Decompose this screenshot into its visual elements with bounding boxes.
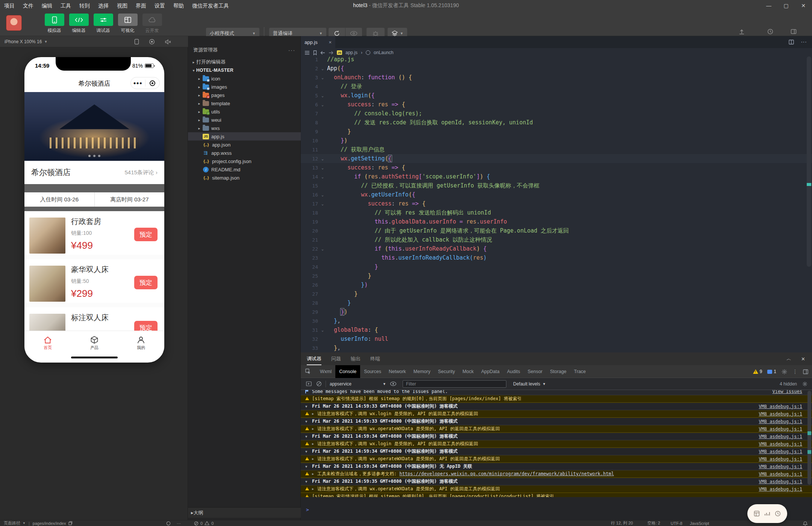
menu-工具[interactable]: 工具 bbox=[56, 0, 75, 11]
forward-icon[interactable] bbox=[329, 51, 333, 55]
bookmark-icon[interactable] bbox=[313, 50, 317, 55]
menu-微信开发者工具[interactable]: 微信开发者工具 bbox=[188, 0, 233, 11]
devtools-tab-AppData[interactable]: AppData bbox=[477, 365, 503, 378]
code-line-1[interactable]: 1//app.js bbox=[301, 55, 812, 64]
live-expression-eye-icon[interactable] bbox=[390, 381, 397, 386]
console-log[interactable]: Some messages have been moved to the Iss… bbox=[301, 390, 812, 497]
breadcrumb-file[interactable]: app.js bbox=[345, 50, 358, 55]
hotel-banner-image[interactable] bbox=[24, 92, 164, 161]
code-line-33[interactable]: 33 }, bbox=[301, 343, 812, 352]
debugger-tab-输出[interactable]: 输出 bbox=[351, 352, 361, 365]
tree-folder-weui[interactable]: ▸weui bbox=[188, 116, 301, 124]
phone-tab-我的[interactable]: 我的 bbox=[118, 331, 164, 355]
user-avatar[interactable] bbox=[6, 15, 22, 31]
console-row[interactable]: ▶请注意游客模式下，调用 wx.operateWXData 是受限的, API … bbox=[301, 485, 812, 493]
settings-gear-icon[interactable] bbox=[782, 369, 787, 375]
expand-icon[interactable]: ▶ bbox=[312, 412, 317, 416]
phone-tab-产品[interactable]: 产品 bbox=[71, 331, 118, 355]
tree-HOTEL-MASTER[interactable]: ▾HOTEL-MASTER bbox=[188, 66, 301, 74]
book-button[interactable]: 预定 bbox=[134, 276, 158, 289]
tree-folder-images[interactable]: ▸▦images bbox=[188, 83, 301, 91]
console-row[interactable]: ▶请注意游客模式下，调用 wx.operateWXData 是受限的, API … bbox=[301, 455, 812, 463]
devtools-tab-Security[interactable]: Security bbox=[434, 365, 459, 378]
console-row[interactable]: [sitemap 索引情况提示] 根据 sitemap 的规则[0]，当前页面 … bbox=[301, 493, 812, 497]
code-line-14[interactable]: 14⌄ if (res.authSetting['scope.userInfo'… bbox=[301, 172, 812, 181]
filter-input[interactable]: Filter bbox=[403, 380, 506, 388]
code-line-23[interactable]: 23 this.userInfoReadyCallback(res) bbox=[301, 253, 812, 262]
console-row[interactable]: ▶请注意游客模式下，调用 wx.login 是受限的, API 的返回是工具的模… bbox=[301, 410, 812, 418]
code-line-13[interactable]: 13⌄ success: res => { bbox=[301, 163, 812, 172]
hidden-messages-info[interactable]: 4 hidden bbox=[780, 378, 797, 390]
code-line-17[interactable]: 17⌄ success: res => { bbox=[301, 199, 812, 208]
devtools-tab-Trace[interactable]: Trace bbox=[570, 365, 590, 378]
code-line-12[interactable]: 12⌄ wx.getSetting({ bbox=[301, 154, 812, 163]
code-line-21[interactable]: 21 // 所以此处加入 callback 以防止这种情况 bbox=[301, 235, 812, 244]
menu-编辑[interactable]: 编辑 bbox=[38, 0, 56, 11]
expand-icon[interactable]: ▶ bbox=[312, 457, 317, 461]
split-editor-icon[interactable] bbox=[789, 39, 794, 45]
console-row[interactable]: ▶请注意游客模式下，调用 wx.operateWXData 是受限的, API … bbox=[301, 425, 812, 433]
watch-icon[interactable] bbox=[166, 521, 171, 526]
more-actions-icon[interactable]: ··· bbox=[288, 47, 295, 53]
console-row[interactable]: ▼Fri Mar 26 2021 14:59:33 GMT+0800 (中国标准… bbox=[301, 418, 812, 425]
menu-视图[interactable]: 视图 bbox=[113, 0, 132, 11]
more-status-icon[interactable]: ··· bbox=[177, 521, 181, 526]
devtools-tab-Mock[interactable]: Mock bbox=[459, 365, 477, 378]
code-line-8[interactable]: 8 // 发送 res.code 到后台换取 openId, sessionKe… bbox=[301, 118, 812, 127]
devtools-tab-Network[interactable]: Network bbox=[385, 365, 410, 378]
minimize-button[interactable]: — bbox=[760, 0, 777, 11]
close-button[interactable]: ✕ bbox=[795, 0, 812, 11]
console-prompt[interactable]: > bbox=[301, 506, 812, 513]
console-source-link[interactable]: VM8 asdebug.js:1 bbox=[759, 464, 802, 469]
editor-scrollbar[interactable] bbox=[807, 56, 811, 267]
code-line-28[interactable]: 28 } bbox=[301, 298, 812, 307]
tab-app-js[interactable]: app.js × bbox=[301, 36, 335, 48]
expand-icon[interactable]: ▶ bbox=[312, 487, 317, 491]
code-line-30[interactable]: 30 }, bbox=[301, 316, 812, 325]
clear-console-icon[interactable] bbox=[316, 381, 322, 387]
code-line-6[interactable]: 6⌄ success: res => { bbox=[301, 100, 812, 109]
detail-icon[interactable] bbox=[788, 27, 799, 36]
code-line-10[interactable]: 10 }) bbox=[301, 136, 812, 145]
version-manage-icon[interactable] bbox=[765, 27, 776, 36]
devtools-tab-Wxml[interactable]: Wxml bbox=[316, 365, 335, 378]
grid-tool-icon[interactable] bbox=[754, 511, 760, 517]
log-levels-dropdown[interactable]: Default levels▼ bbox=[513, 381, 546, 387]
checkin-date[interactable]: 入住时间 03-26 bbox=[24, 192, 94, 207]
code-line-25[interactable]: 25 } bbox=[301, 271, 812, 280]
room-card[interactable]: 行政套房销量:100¥499预定 bbox=[24, 211, 164, 259]
console-source-link[interactable]: VM8 asdebug.js:1 bbox=[759, 411, 802, 417]
console-row[interactable]: ▼Fri Mar 26 2021 14:59:34 GMT+0800 (中国标准… bbox=[301, 448, 812, 455]
menu-文件[interactable]: 文件 bbox=[19, 0, 38, 11]
code-line-4[interactable]: 4 // 登录 bbox=[301, 82, 812, 91]
tree-file-README.md[interactable]: iREADME.md bbox=[188, 165, 301, 174]
kebab-menu-icon[interactable]: ⋮ bbox=[792, 369, 798, 375]
context-dropdown[interactable]: appservice▼ bbox=[330, 381, 386, 387]
book-button[interactable]: 预定 bbox=[134, 228, 158, 241]
signal-tool-icon[interactable] bbox=[764, 511, 770, 516]
expand-icon[interactable]: ▶ bbox=[312, 427, 317, 431]
console-row[interactable]: Some messages have been moved to the Iss… bbox=[301, 390, 812, 395]
expand-icon[interactable]: ▶ bbox=[312, 442, 317, 446]
code-line-22[interactable]: 22⌄ if (this.userInfoReadyCallback) { bbox=[301, 244, 812, 253]
console-row[interactable]: [sitemap 索引情况提示] 根据 sitemap 的规则[0]，当前页面 … bbox=[301, 395, 812, 403]
toolbar-编辑器-button[interactable]: 编辑器 bbox=[67, 14, 91, 34]
console-source-link[interactable]: VM8 asdebug.js:1 bbox=[759, 487, 802, 492]
tree-folder-wxs[interactable]: ▸wxs bbox=[188, 124, 301, 132]
devtools-tab-Audits[interactable]: Audits bbox=[503, 365, 524, 378]
back-icon[interactable] bbox=[320, 51, 325, 55]
copy-icon[interactable] bbox=[68, 521, 73, 525]
tree-打开的编辑器[interactable]: ▸打开的编辑器 bbox=[188, 58, 301, 66]
more-icon[interactable]: ●●● bbox=[131, 80, 145, 86]
tree-file-project.config.json[interactable]: {..}project.config.json bbox=[188, 157, 301, 165]
console-row[interactable]: ▼Fri Mar 26 2021 14:59:33 GMT+0800 (中国标准… bbox=[301, 403, 812, 410]
code-line-11[interactable]: 11 // 获取用户信息 bbox=[301, 145, 812, 154]
console-source-link[interactable]: VM8 asdebug.js:1 bbox=[759, 419, 802, 424]
console-scrollbar[interactable] bbox=[807, 391, 811, 485]
code-line-26[interactable]: 26 }) bbox=[301, 280, 812, 289]
code-line-20[interactable]: 20 // 由于 getUserInfo 是网络请求，可能会在 Page.onL… bbox=[301, 226, 812, 235]
menu-icon[interactable] bbox=[304, 51, 310, 55]
devtools-tab-Memory[interactable]: Memory bbox=[410, 365, 434, 378]
toolbar-调试器-button[interactable]: 调试器 bbox=[91, 14, 115, 34]
issue-count[interactable]: 1 bbox=[767, 369, 776, 374]
